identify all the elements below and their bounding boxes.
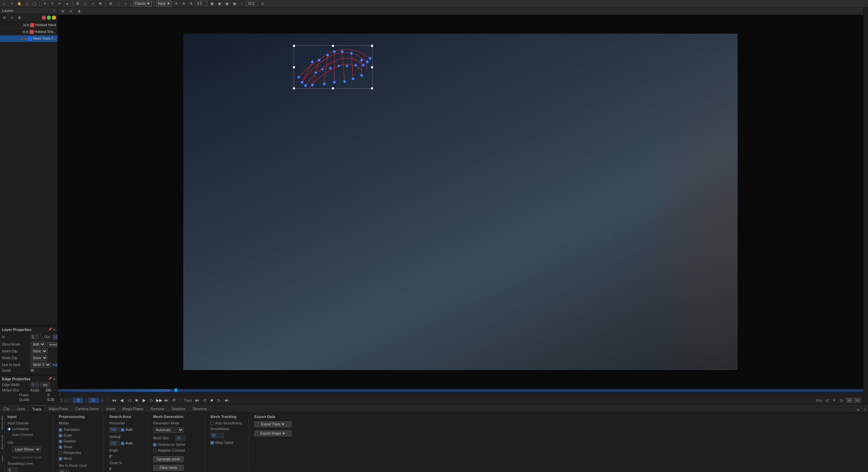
track-back-btn[interactable]: ⏮ xyxy=(194,398,200,403)
scale-checkbox[interactable] xyxy=(59,434,62,437)
layer-lock-icon-3[interactable] xyxy=(24,37,27,40)
track-next-btn[interactable]: ▷ xyxy=(217,398,222,403)
generate-mesh-button[interactable]: Generate mesh xyxy=(153,456,184,462)
dot-icon[interactable]: ● xyxy=(64,1,70,7)
tab-track[interactable]: Track xyxy=(29,405,45,412)
classic-dropdown[interactable]: Classic ▼ xyxy=(133,1,152,7)
tab-lens[interactable]: Lens xyxy=(14,405,29,412)
in-input[interactable] xyxy=(31,334,39,339)
layer-props-close-icon[interactable]: × xyxy=(53,328,55,332)
tab-megaplates[interactable]: Mega Plates xyxy=(119,405,147,412)
scatter-icon[interactable]: ⊹ xyxy=(123,1,129,7)
pen-icon[interactable]: ✎ xyxy=(49,1,55,7)
layer-item-3[interactable]: Mesh Track F... xyxy=(0,35,57,42)
luminance-radio[interactable] xyxy=(7,427,11,431)
key-mode-btn[interactable]: U xyxy=(854,398,861,403)
set-button[interactable]: Set xyxy=(40,383,50,387)
layer-props-pin-icon[interactable]: 📌 xyxy=(48,328,52,332)
horizontal-input[interactable] xyxy=(109,427,119,432)
next-frame-btn[interactable]: ▶▶ xyxy=(156,398,162,403)
unlink-icon[interactable]: ⬡ xyxy=(82,1,88,7)
side-tab-motion-blur[interactable]: Motion Blur xyxy=(0,413,4,432)
smoothing-value-input[interactable] xyxy=(7,468,18,472)
viewer-icon-1[interactable]: ⊞ xyxy=(60,8,66,14)
translation-checkbox[interactable] xyxy=(59,428,62,432)
edge-props-close-icon[interactable]: × xyxy=(53,377,55,381)
layer-item[interactable]: Holdout Hand xyxy=(0,22,57,29)
circle-tool-icon[interactable]: ◯ xyxy=(31,1,37,7)
color-yellow-icon[interactable] xyxy=(52,16,56,20)
arrow-tool-icon[interactable]: ▷ xyxy=(1,1,7,7)
go-end-btn[interactable]: ⏭ xyxy=(164,398,169,403)
edge-props-pin-icon[interactable]: 📌 xyxy=(48,377,52,381)
select-all-icon[interactable]: ⬚ xyxy=(115,1,121,7)
current-frame-input[interactable]: 20 xyxy=(73,398,83,403)
loop-btn[interactable]: ↺ xyxy=(171,398,177,403)
vertical-auto-checkbox[interactable] xyxy=(121,442,124,445)
auto-smoothness-checkbox[interactable] xyxy=(210,422,214,425)
panel-close-icon[interactable]: × xyxy=(862,406,868,412)
view-btn-3[interactable]: ▣ xyxy=(224,1,230,7)
out-frame-input[interactable]: 51 xyxy=(89,398,99,403)
pointer-tool-icon[interactable]: ↖ xyxy=(9,1,15,7)
vertices-spline-checkbox[interactable] xyxy=(153,443,156,447)
hand-tool-icon[interactable]: ✋ xyxy=(16,1,22,7)
view-btn-1[interactable]: ▣ xyxy=(209,1,215,7)
layers-close-icon[interactable]: × xyxy=(53,8,55,13)
tab-remove[interactable]: Remove xyxy=(147,405,168,412)
track-prev-btn[interactable]: ◁ xyxy=(202,398,207,403)
new-layer-icon[interactable]: ⊞ xyxy=(1,15,7,21)
mesh-checkbox[interactable] xyxy=(59,457,62,460)
add-point-icon[interactable]: ✦ xyxy=(42,1,48,7)
insert-clip-dropdown[interactable]: None xyxy=(31,348,48,354)
smoothness-input[interactable] xyxy=(210,433,224,438)
layer-lock-icon-2[interactable] xyxy=(26,31,29,33)
layer-eye-icon[interactable] xyxy=(23,24,26,27)
export-track-button[interactable]: Export Track ▼ xyxy=(254,421,292,427)
layer-eye-icon-2[interactable] xyxy=(22,31,25,33)
tab-reorient[interactable]: Reorient xyxy=(189,405,211,412)
play-btn[interactable]: ▶ xyxy=(141,398,147,403)
view-btn-4[interactable]: ▣ xyxy=(231,1,237,7)
view-btn-5[interactable]: ↕ xyxy=(239,1,245,7)
grid-icon[interactable]: ⊞ xyxy=(108,1,114,7)
move-icon[interactable]: ⤢ xyxy=(90,1,96,7)
cross-icon[interactable]: ✚ xyxy=(97,1,103,7)
link-track-dropdown[interactable]: Mesh Trac... xyxy=(31,362,51,368)
track-stop-btn[interactable]: ■ xyxy=(209,398,215,403)
value-input[interactable]: 0.5 xyxy=(196,1,207,6)
vertical-input[interactable] xyxy=(109,441,119,446)
lasso-tool-icon[interactable]: ⬡ xyxy=(24,1,30,7)
color-green-icon[interactable] xyxy=(47,16,51,20)
key-prev-btn[interactable]: ◁ xyxy=(824,398,829,403)
key-type-btn[interactable]: A xyxy=(846,398,852,403)
tab-insert[interactable]: Insert xyxy=(103,405,119,412)
key-add-btn[interactable]: + xyxy=(831,398,837,403)
edge-width-input[interactable] xyxy=(31,382,39,387)
next-btn[interactable]: ▷ xyxy=(149,398,154,403)
clear-mesh-button[interactable]: Clear mesh xyxy=(153,465,184,471)
layer-item-2[interactable]: Holdout Sha... xyxy=(0,29,57,35)
tab-stabilize[interactable]: Stabilize xyxy=(168,405,189,412)
view-icon-1[interactable]: A xyxy=(173,1,179,7)
color-red-icon[interactable] xyxy=(42,16,46,20)
side-tab-dope-sheet[interactable]: Dope Sheet xyxy=(0,432,4,452)
shear-checkbox[interactable] xyxy=(59,445,62,449)
view-btn-2[interactable]: ▣ xyxy=(216,1,222,7)
viewer-icon-3[interactable]: 🗑 xyxy=(76,8,82,14)
link-icon[interactable]: ⛓ xyxy=(75,1,81,7)
duplicate-layer-icon[interactable]: ⎘ xyxy=(9,15,15,21)
side-tab-layer[interactable]: Layer xyxy=(0,452,4,465)
tab-clip[interactable]: Clip xyxy=(0,405,14,412)
tab-camerasolve[interactable]: Camera Solve xyxy=(72,405,103,412)
zoom-input[interactable]: 10.0 xyxy=(246,1,258,6)
delete-layer-icon[interactable]: 🗑 xyxy=(16,15,22,21)
input-dropdown[interactable]: Input ▼ xyxy=(156,1,172,7)
track-fwd-btn[interactable]: ⏭ xyxy=(224,398,229,403)
aspect-icon[interactable]: ⊡ xyxy=(259,1,265,7)
stop-btn[interactable]: ■ xyxy=(134,398,139,403)
tab-adjusttrack[interactable]: AdjustTrack xyxy=(45,405,72,412)
blend-mode-dropdown[interactable]: Add xyxy=(31,342,45,347)
export-shape-button[interactable]: Export Shape ▼ xyxy=(254,431,292,436)
matte-clip-dropdown[interactable]: None xyxy=(31,355,48,361)
